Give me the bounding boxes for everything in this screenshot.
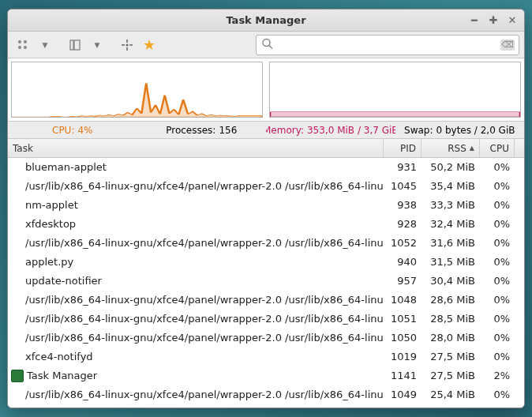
cell-rss: 28,6 MiB: [421, 294, 480, 306]
cell-cpu: 2%: [480, 370, 515, 381]
cell-pid: 1049: [384, 389, 421, 400]
table-row[interactable]: /usr/lib/x86_64-linux-gnu/xfce4/panel/wr…: [8, 234, 524, 253]
cpu-label: CPU:: [52, 125, 74, 136]
cell-cpu: 0%: [480, 256, 515, 268]
table-row[interactable]: applet.py94031,5 MiB0%: [8, 253, 524, 272]
cell-rss: 25,4 MiB: [421, 389, 480, 400]
target-button[interactable]: [117, 35, 137, 55]
cell-task: /usr/lib/x86_64-linux-gnu/xfce4/panel/wr…: [8, 389, 384, 400]
table-row[interactable]: /usr/lib/x86_64-linux-gnu/xfce4/panel/wr…: [8, 385, 524, 404]
star-icon: ★: [143, 36, 155, 53]
cell-rss: 31,6 MiB: [421, 237, 480, 249]
cell-cpu: 0%: [480, 199, 515, 211]
column-pid[interactable]: PID: [384, 139, 421, 157]
search-container: ⌫: [256, 35, 519, 55]
clear-search-icon[interactable]: ⌫: [500, 39, 515, 51]
cpu-graph: [11, 62, 263, 118]
view-dropdown[interactable]: ▼: [87, 35, 107, 55]
graphs-panel: [8, 58, 524, 122]
close-button[interactable]: ✕: [505, 13, 519, 28]
cell-cpu: 0%: [480, 218, 515, 230]
svg-point-2: [18, 46, 21, 49]
table-row[interactable]: xfdesktop92832,4 MiB0%: [8, 215, 524, 234]
view-button[interactable]: [65, 35, 85, 55]
cell-cpu: 0%: [480, 351, 515, 363]
cpu-value: 4%: [77, 125, 92, 136]
cell-rss: 31,5 MiB: [421, 256, 480, 268]
status-bar: CPU: 4% Processes: 156 Memory: 353,0 MiB…: [8, 122, 524, 139]
cell-cpu: 0%: [480, 180, 515, 192]
maximize-button[interactable]: ✚: [486, 13, 500, 28]
column-cpu[interactable]: CPU: [480, 139, 515, 157]
cell-task: Task Manager: [8, 370, 384, 382]
titlebar[interactable]: Task Manager ━ ✚ ✕: [8, 9, 524, 32]
cell-rss: 28,5 MiB: [421, 313, 480, 325]
swap-status: Swap: 0 bytes / 2,0 GiB: [395, 125, 525, 136]
cell-rss: 27,5 MiB: [421, 351, 480, 363]
cell-cpu: 0%: [480, 161, 515, 173]
cell-task: /usr/lib/x86_64-linux-gnu/xfce4/panel/wr…: [8, 180, 384, 192]
cell-rss: 50,2 MiB: [421, 161, 480, 173]
table-row[interactable]: xfce4-notifyd101927,5 MiB0%: [8, 348, 524, 366]
swap-value: 0 bytes / 2,0 GiB: [436, 125, 515, 136]
settings-button[interactable]: [13, 35, 33, 55]
cell-task: update-notifier: [8, 275, 384, 287]
column-rss[interactable]: RSS▲: [421, 139, 480, 157]
svg-rect-5: [74, 40, 80, 50]
favorite-button[interactable]: ★: [139, 35, 159, 55]
memory-value: 353,0 MiB / 3,7 GiB: [307, 125, 395, 136]
window-controls: ━ ✚ ✕: [467, 13, 519, 28]
search-input[interactable]: [256, 35, 519, 55]
column-task[interactable]: Task: [8, 139, 384, 157]
cell-cpu: 0%: [480, 237, 515, 249]
cell-task: blueman-applet: [8, 161, 384, 173]
table-header: Task PID RSS▲ CPU: [8, 139, 524, 158]
svg-point-6: [126, 43, 129, 46]
swap-label: Swap:: [404, 125, 433, 136]
minimize-button[interactable]: ━: [467, 13, 481, 28]
task-manager-window: Task Manager ━ ✚ ✕ ▼ ▼ ★ ⌫: [7, 9, 525, 408]
svg-line-8: [269, 45, 272, 48]
svg-point-0: [18, 40, 21, 43]
table-row[interactable]: /usr/lib/x86_64-linux-gnu/xfce4/panel/wr…: [8, 329, 524, 348]
memory-graph: [269, 62, 521, 118]
processes-status: Processes: 156: [137, 125, 267, 136]
settings-icon: [17, 39, 29, 51]
cell-task: /usr/lib/x86_64-linux-gnu/xfce4/panel/wr…: [8, 313, 384, 325]
memory-label: Memory:: [266, 125, 304, 136]
table-row[interactable]: nm-applet93833,3 MiB0%: [8, 196, 524, 215]
cell-rss: 27,5 MiB: [421, 370, 480, 381]
cell-rss: 30,4 MiB: [421, 275, 480, 287]
cell-pid: 938: [384, 199, 421, 211]
svg-rect-4: [70, 40, 73, 50]
toolbar: ▼ ▼ ★ ⌫: [8, 32, 524, 58]
cell-pid: 1048: [384, 294, 421, 306]
table-row[interactable]: /usr/lib/x86_64-linux-gnu/xfce4/panel/wr…: [8, 177, 524, 196]
app-icon: [11, 370, 24, 382]
cell-pid: 1045: [384, 180, 421, 192]
cell-cpu: 0%: [480, 332, 515, 344]
table-row[interactable]: blueman-applet93150,2 MiB0%: [8, 158, 524, 177]
window-title: Task Manager: [8, 14, 524, 26]
cell-cpu: 0%: [480, 275, 515, 287]
cell-pid: 940: [384, 256, 421, 268]
table-row[interactable]: /usr/lib/x86_64-linux-gnu/xfce4/panel/wr…: [8, 291, 524, 310]
cell-task: /usr/lib/x86_64-linux-gnu/xfce4/panel/wr…: [8, 332, 384, 344]
cell-cpu: 0%: [480, 313, 515, 325]
cell-pid: 1051: [384, 313, 421, 325]
cell-pid: 1052: [384, 237, 421, 249]
crosshair-icon: [121, 39, 133, 51]
cell-cpu: 0%: [480, 389, 515, 400]
column-scrollbar-spacer: [515, 139, 524, 157]
table-row[interactable]: /usr/lib/x86_64-linux-gnu/xfce4/panel/wr…: [8, 310, 524, 329]
table-row[interactable]: Task Manager114127,5 MiB2%: [8, 366, 524, 385]
cell-task: nm-applet: [8, 199, 384, 211]
cell-pid: 931: [384, 161, 421, 173]
cell-pid: 1019: [384, 351, 421, 363]
sort-indicator-icon: ▲: [470, 145, 474, 152]
table-body[interactable]: blueman-applet93150,2 MiB0%/usr/lib/x86_…: [8, 158, 524, 408]
cpu-status: CPU: 4%: [8, 125, 137, 136]
table-row[interactable]: update-notifier95730,4 MiB0%: [8, 272, 524, 291]
view-columns-icon: [69, 39, 81, 51]
settings-dropdown[interactable]: ▼: [35, 35, 55, 55]
